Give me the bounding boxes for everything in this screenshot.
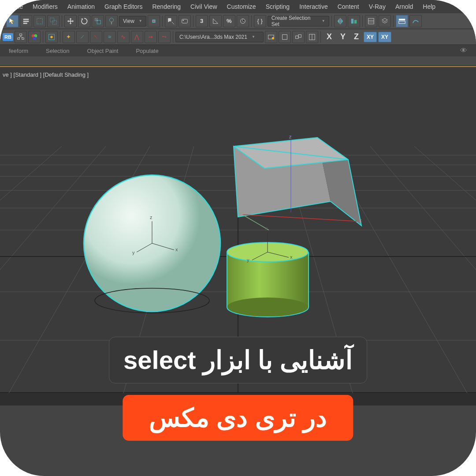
curve-editor-button[interactable] [409,15,422,27]
menu-modifiers[interactable]: Modifiers [33,3,58,10]
reference-coord-dropdown[interactable]: View [119,16,146,26]
svg-rect-21 [399,19,405,20]
menu-vray[interactable]: V-Ray [369,3,386,10]
spinner-snap-button[interactable] [237,15,249,27]
menu-interactive[interactable]: Interactive [299,3,328,10]
rectangular-selection-button[interactable] [33,15,46,27]
select-by-name-button[interactable] [20,15,32,27]
schematic-view-button[interactable] [15,31,27,43]
mirror-button[interactable] [334,15,346,27]
edit-selection-set-button[interactable]: { } [254,15,266,27]
svg-text:z: z [150,215,152,220]
particle-tool7-icon[interactable]: ⇝ [145,31,157,43]
percent-snap-button[interactable]: % [223,15,235,27]
menu-civil-view[interactable]: Civil View [190,3,217,10]
named-selection-set-dropdown[interactable]: Create Selection Set [268,16,329,26]
particle-tool5-icon[interactable]: ∿ [117,31,130,43]
placement-button[interactable] [105,15,118,27]
svg-rect-33 [282,34,287,39]
menu-animation[interactable]: Animation [67,3,95,10]
svg-point-30 [50,36,52,38]
svg-text:z: z [265,226,268,231]
workspace-tool1-icon[interactable] [265,31,277,43]
angle-snap-button[interactable] [209,15,222,27]
axis-xy-button-1[interactable]: XY [364,32,377,42]
menu-create[interactable]: Create [4,3,23,10]
svg-rect-16 [351,19,353,23]
particle-tool8-icon[interactable]: ⤳ [158,31,171,43]
window-crossing-button[interactable] [47,15,60,27]
svg-point-28 [33,37,36,40]
workspace-tool3-icon[interactable] [292,31,305,43]
svg-line-51 [0,146,62,393]
toggle-scene-explorer-button[interactable] [365,15,377,27]
keyboard-shortcut-override-button[interactable] [178,15,191,27]
axis-z-label[interactable]: Z [350,32,362,41]
svg-rect-5 [52,20,56,24]
menu-content[interactable]: Content [338,3,359,10]
rb-badge-icon: RB [3,33,13,41]
svg-rect-23 [19,33,22,35]
axis-x-label[interactable]: X [323,32,335,41]
svg-point-9 [110,18,114,22]
axis-xy-button-2[interactable]: XY [378,32,391,42]
menu-rendering[interactable]: Rendering [152,3,181,10]
particle-tool3-icon[interactable]: ⟍ [90,31,102,43]
svg-rect-17 [354,20,357,23]
tab-populate[interactable]: Populate [127,45,167,56]
main-toolbar-row-2: RB ✦ ⟋ ⟍ ≈ ∿ ⋀ ⇝ ⤳ C:\Users\Ara...3ds Ma… [0,29,476,45]
svg-rect-0 [23,19,29,20]
svg-point-11 [153,20,155,22]
tab-object-paint[interactable]: Object Paint [78,45,127,56]
tab-freeform[interactable]: feeform [0,45,37,56]
svg-line-8 [96,19,98,21]
svg-rect-24 [18,37,20,39]
svg-line-54 [370,146,476,393]
select-manipulate-button[interactable] [165,15,177,27]
rotate-button[interactable] [78,15,90,27]
use-pivot-center-button[interactable] [148,15,160,27]
tab-selection[interactable]: Selection [37,45,78,56]
svg-text:y: y [132,250,135,255]
menu-scripting[interactable]: Scripting [266,3,290,10]
menu-help[interactable]: Help [423,3,435,10]
material-editor-button[interactable] [28,31,41,43]
svg-rect-1 [23,21,29,22]
move-button[interactable] [64,15,77,27]
particle-tool1-icon[interactable]: ✦ [63,31,75,43]
menu-customize[interactable]: Customize [227,3,256,10]
sphere-object[interactable]: x y z [84,175,220,313]
snap-toggle-button[interactable]: 3 [196,15,208,27]
axis-y-label[interactable]: Y [337,32,349,41]
menu-graph-editors[interactable]: Graph Editors [104,3,142,10]
particle-tool4-icon[interactable]: ≈ [104,31,116,43]
menu-arnold[interactable]: Arnold [395,3,413,10]
workspace-tool2-icon[interactable] [279,31,291,43]
main-menu-bar: Create Modifiers Animation Graph Editors… [0,0,476,13]
toggle-ribbon-button[interactable] [396,15,408,27]
particle-tool6-icon[interactable]: ⋀ [131,31,143,43]
svg-rect-2 [23,22,27,24]
project-folder-dropdown[interactable]: C:\Users\Ara...3ds Max 2021 [175,32,264,42]
svg-rect-35 [298,34,301,37]
svg-rect-3 [37,18,43,24]
svg-rect-13 [182,20,184,21]
svg-rect-22 [399,21,405,23]
ribbon-tabs: feeform Selection Object Paint Populate … [0,45,476,56]
scale-button[interactable] [92,15,104,27]
render-setup-button[interactable] [45,31,58,43]
workspace-tool4-icon[interactable] [306,31,318,43]
cylinder-object[interactable]: x y z [227,226,309,317]
align-button[interactable] [348,15,360,27]
svg-line-55 [414,146,476,393]
select-object-button[interactable] [6,15,19,27]
toggle-layer-explorer-button[interactable] [379,15,391,27]
svg-rect-25 [22,37,24,39]
ribbon-panel-strip [0,56,476,66]
svg-text:x: x [359,218,362,223]
box-object[interactable]: x z [234,134,362,230]
caption-subtitle: در تری دی مکس [123,395,353,441]
visibility-toggle-icon[interactable]: 👁 [460,47,467,55]
svg-text:y: y [247,257,249,263]
particle-tool2-icon[interactable]: ⟋ [76,31,89,43]
